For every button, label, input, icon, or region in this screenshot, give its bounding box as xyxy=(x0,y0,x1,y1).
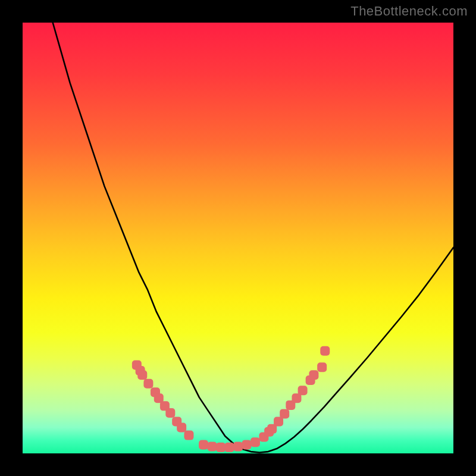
marker-point xyxy=(216,443,226,452)
chart-frame: TheBottleneck.com xyxy=(0,0,476,476)
marker-point xyxy=(184,431,193,440)
watermark-text: TheBottleneck.com xyxy=(350,4,468,19)
marker-point xyxy=(233,441,243,451)
marker-point xyxy=(298,386,308,395)
marker-point xyxy=(165,408,175,418)
data-markers xyxy=(132,346,330,452)
marker-point xyxy=(242,440,251,450)
chart-svg xyxy=(23,23,453,453)
marker-point xyxy=(225,443,234,452)
marker-point xyxy=(320,346,330,356)
marker-point xyxy=(317,362,327,372)
marker-point xyxy=(143,379,153,389)
bottleneck-curve xyxy=(53,23,453,453)
marker-point xyxy=(250,437,260,447)
marker-point xyxy=(199,440,208,450)
marker-point xyxy=(137,370,147,380)
plot-area xyxy=(23,23,453,453)
marker-point xyxy=(309,370,318,380)
marker-point xyxy=(208,441,217,451)
marker-point xyxy=(280,409,289,418)
marker-point xyxy=(177,423,186,433)
